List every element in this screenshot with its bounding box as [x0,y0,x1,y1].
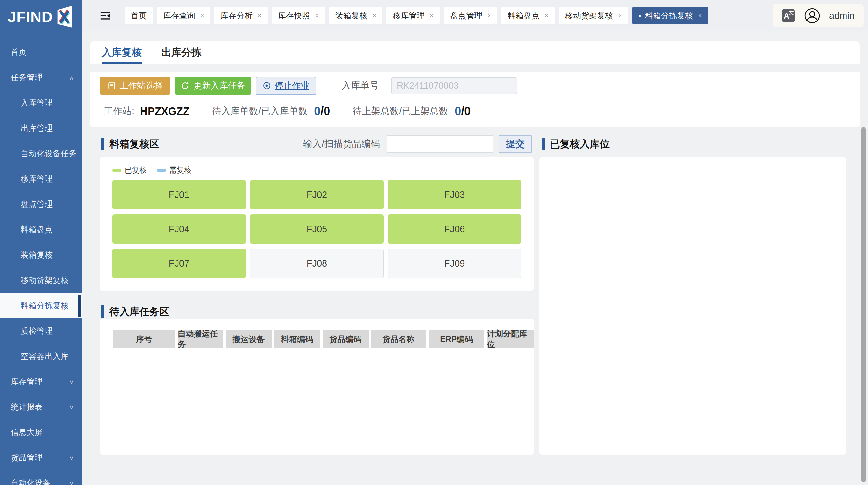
reviewed-locations-card [539,158,846,455]
legend-swatch [157,169,166,172]
sidebar-nav: 首页 任务管理 ∧ 入库管理 出库管理 自动化设备任务 [0,39,82,485]
workstation-select-button[interactable]: 工作站选择 [100,77,170,95]
topbar-tab[interactable]: 库存快照 × [272,7,325,24]
refresh-inbound-tasks-button[interactable]: 更新入库任务 [175,77,251,95]
submit-button[interactable]: 提交 [499,135,532,153]
review-section-head: 料箱复核区 输入/扫描货品编码 提交 [101,135,533,153]
tasks-table-header-cell: 货品名称 [371,330,426,348]
bin-review-card: 已复核 需复核 FJ01 FJ02 FJ03 FJ04 [100,158,533,291]
inbound-order-input[interactable] [391,77,517,94]
tasks-table-header-cell: 自动搬运任务 [178,330,223,348]
sidebar-item-label: 移动货架复核 [21,275,69,286]
tasks-table-header-cell: 货品编码 [322,330,369,348]
stop-operation-button[interactable]: 停止作业 [256,77,316,95]
topbar-tab-label: 料箱盘点 [507,10,539,21]
topbar-tab[interactable]: 移动货架复核 × [559,7,628,24]
sidebar-item[interactable]: 盘点管理 [0,192,82,217]
sidebar-item[interactable]: 出库管理 [0,116,82,141]
bin-code: FJ02 [307,190,327,200]
bin-cell[interactable]: FJ09 [388,249,521,278]
tasks-table-header-cell: ERP编码 [429,330,485,348]
close-icon[interactable]: × [257,11,261,20]
page-tabs-card: 入库复核 出库分拣 [90,41,860,64]
bin-code: FJ01 [169,190,189,200]
chevron-icon: ∨ [69,480,74,485]
sidebar-item[interactable]: 装箱复核 [0,242,82,267]
tasks-table-header-cell: 序号 [113,330,175,348]
bin-cell[interactable]: FJ01 [112,180,246,209]
sidebar-item[interactable]: 任务管理 ∧ [0,65,82,90]
topbar-tab-label: 盘点管理 [450,10,482,21]
bin-cell[interactable]: FJ08 [250,249,383,278]
sidebar-item[interactable]: 移动货架复核 [0,267,82,293]
sidebar-item[interactable]: 货品管理 ∨ [0,445,82,470]
chevron-icon: ∧ [69,74,74,80]
topbar-tab[interactable]: 装箱复核 × [329,7,383,24]
stat-group: 待上架总数/已上架总数 0 /0 [352,104,471,118]
legend-swatch [112,169,121,172]
stat-label: 待入库单数/已入库单数 [212,105,308,118]
username: admin [829,10,855,21]
sidebar-item[interactable]: 统计报表 ∨ [0,394,82,420]
bin-cell[interactable]: FJ06 [388,214,521,244]
sidebar-item[interactable]: 库存管理 ∨ [0,369,82,394]
sidebar-item-label: 入库管理 [21,98,53,108]
bin-cell[interactable]: FJ07 [112,249,246,278]
bin-cell[interactable]: FJ05 [250,214,383,244]
user-avatar-icon[interactable] [804,8,820,24]
close-icon[interactable]: × [487,11,491,20]
bin-cell[interactable]: FJ02 [250,180,383,209]
sidebar-item[interactable]: 首页 [0,39,82,65]
pending-tasks-card: 序号 自动搬运任务 搬运设备 料箱编码 货品编码 货品名称 ERP编码 计划分配… [100,319,533,455]
sidebar-item[interactable]: 质检管理 [0,318,82,344]
sidebar-item[interactable]: 自动化设备 ∨ [0,470,82,485]
topbar-tab[interactable]: 库存分析 × [214,7,268,24]
sidebar-item[interactable]: 信息大屏 [0,420,82,445]
sidebar-item[interactable]: 入库管理 [0,90,82,116]
bin-cell[interactable]: FJ03 [388,180,521,209]
sidebar-item-label: 装箱复核 [21,250,53,260]
close-icon[interactable]: × [698,11,702,20]
sidebar-item-label: 自动化设备 [10,478,51,485]
sidebar-item[interactable]: 料箱盘点 [0,217,82,242]
record-circle-icon [262,82,271,90]
topbar-tab-label: 装箱复核 [336,10,368,21]
topbar-tab[interactable]: 盘点管理 × [444,7,497,24]
sidebar-item-label: 出库管理 [21,123,53,133]
toolbar: 工作站选择 更新入库任务 停止作业 入库单号 [100,77,517,95]
close-icon[interactable]: × [545,11,549,20]
stat-done-value: /0 [461,104,471,118]
close-icon[interactable]: × [200,11,204,20]
refresh-icon [181,82,189,90]
page-scrollbar-thumb[interactable] [861,127,866,482]
sidebar-item[interactable]: 料箱分拣复核 [0,293,82,318]
close-icon[interactable]: × [430,11,434,20]
tasks-section-title: 待入库任务区 [110,305,169,319]
close-icon[interactable]: × [372,11,376,20]
scan-code-input[interactable] [387,135,493,153]
tab-outbound-sorting[interactable]: 出库分拣 [161,41,201,64]
reviewed-section-title: 已复核入库位 [550,137,610,151]
bin-grid: FJ01 FJ02 FJ03 FJ04 FJ05 FJ06 FJ07 [112,180,521,278]
language-icon[interactable]: A 文 [782,9,795,23]
sidebar-item[interactable]: 移库管理 [0,166,82,192]
stat-label: 待上架总数/已上架总数 [352,105,448,118]
bin-code: FJ05 [307,224,327,234]
close-icon[interactable]: × [618,11,622,20]
sidebar-item-label: 空容器出入库 [21,351,69,361]
topbar-tab[interactable]: ● 料箱分拣复核 × [632,7,708,24]
topbar-tab[interactable]: 料箱盘点 × [501,7,555,24]
topbar-tab[interactable]: 库存查询 × [157,7,210,24]
bin-cell[interactable]: FJ04 [112,214,246,244]
tab-inbound-review[interactable]: 入库复核 [102,41,142,64]
sidebar-scrollbar-thumb[interactable] [78,295,81,317]
close-icon[interactable]: × [315,11,319,20]
sidebar-item[interactable]: 自动化设备任务 [0,141,82,166]
menu-fold-icon[interactable] [99,10,111,22]
sidebar-item[interactable]: 空容器出入库 [0,344,82,369]
bin-code: FJ03 [444,190,465,200]
stat-pending-value: 0 [314,104,320,118]
topbar-tab[interactable]: 移库管理 × [386,7,440,24]
topbar-tab[interactable]: 首页 [125,7,153,24]
bin-code: FJ04 [169,224,189,234]
